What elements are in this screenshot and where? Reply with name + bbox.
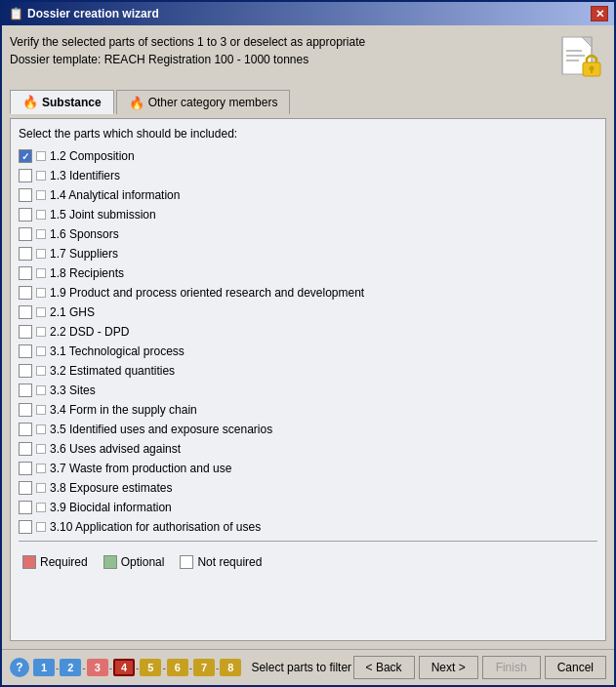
legend-optional: Optional bbox=[103, 555, 165, 569]
step-6[interactable]: 6 bbox=[167, 659, 188, 676]
panel-instruction: Select the parts which should be include… bbox=[19, 127, 597, 141]
checkbox-outer-1_6[interactable] bbox=[19, 227, 32, 241]
step-2[interactable]: 2 bbox=[60, 659, 81, 676]
doc-icon-1_8 bbox=[36, 268, 46, 278]
list-item: 3.8 Exposure estimates bbox=[19, 478, 597, 498]
list-item: 1.6 Sponsors bbox=[19, 224, 597, 244]
checkbox-outer-2_1[interactable] bbox=[19, 305, 32, 319]
item-label-1_3: 1.3 Identifiers bbox=[50, 169, 120, 182]
checkbox-outer-3_9[interactable] bbox=[19, 501, 32, 514]
item-label-3_2: 3.2 Estimated quantities bbox=[50, 364, 175, 378]
step-sep-5: - bbox=[162, 663, 165, 673]
list-item: 3.10 Application for authorisation of us… bbox=[19, 517, 597, 537]
step-7[interactable]: 7 bbox=[193, 659, 215, 676]
checkbox-outer-1_4[interactable] bbox=[19, 188, 32, 202]
step-sep-2: - bbox=[82, 663, 85, 673]
checkbox-outer-3_8[interactable] bbox=[19, 481, 32, 495]
checkbox-outer-3_1[interactable] bbox=[19, 344, 32, 358]
doc-icon-1_4 bbox=[36, 190, 46, 200]
doc-icon-3_9 bbox=[36, 503, 46, 512]
item-label-1_5: 1.5 Joint submission bbox=[50, 208, 156, 222]
header-text: Verify the selected parts of sections 1 … bbox=[10, 33, 365, 68]
optional-color-box bbox=[103, 555, 117, 569]
back-button[interactable]: < Back bbox=[353, 656, 415, 679]
step-3[interactable]: 3 bbox=[87, 659, 108, 676]
list-item: 1.4 Analytical information bbox=[19, 185, 597, 205]
step-sep-1: - bbox=[56, 663, 59, 673]
legend-bar: Required Optional Not required bbox=[19, 549, 597, 575]
checkbox-outer-3_6[interactable] bbox=[19, 442, 32, 456]
optional-label: Optional bbox=[121, 555, 165, 569]
step-4[interactable]: 4 bbox=[113, 659, 135, 676]
list-item: 3.1 Technological process bbox=[19, 342, 597, 361]
not-required-color-box bbox=[180, 555, 193, 569]
title-bar: 📋 Dossier creation wizard ✕ bbox=[2, 2, 614, 25]
step-5[interactable]: 5 bbox=[140, 659, 161, 676]
doc-icon-3_3 bbox=[36, 385, 46, 395]
doc-icon-1_9 bbox=[36, 288, 46, 298]
other-tab-label: Other category members bbox=[148, 96, 278, 109]
next-button[interactable]: Next > bbox=[419, 656, 478, 679]
checkbox-outer-1_5[interactable] bbox=[19, 208, 32, 222]
not-required-label: Not required bbox=[197, 555, 262, 569]
checkbox-outer-3_10[interactable] bbox=[19, 520, 32, 534]
step-sep-4: - bbox=[136, 663, 139, 673]
item-label-2_1: 2.1 GHS bbox=[50, 305, 95, 319]
list-item: 3.2 Estimated quantities bbox=[19, 361, 597, 381]
svg-rect-9 bbox=[591, 69, 593, 73]
checkbox-outer-3_2[interactable] bbox=[19, 364, 32, 378]
doc-icon-3_5 bbox=[36, 424, 46, 434]
item-label-2_2: 2.2 DSD - DPD bbox=[50, 325, 129, 339]
list-item: 3.6 Uses advised against bbox=[19, 439, 597, 459]
list-item: 2.1 GHS bbox=[19, 303, 597, 322]
tab-panel: Select the parts which should be include… bbox=[10, 118, 606, 641]
checkbox-outer-3_3[interactable] bbox=[19, 384, 32, 397]
doc-icon-3_4 bbox=[36, 405, 46, 415]
tab-substance[interactable]: 🔥 Substance bbox=[10, 90, 114, 114]
help-button[interactable]: ? bbox=[10, 658, 29, 677]
close-button[interactable]: ✕ bbox=[591, 6, 608, 21]
list-item: 1.5 Joint submission bbox=[19, 205, 597, 224]
doc-icon-3_7 bbox=[36, 464, 46, 473]
doc-icon-3_1 bbox=[36, 346, 46, 356]
legend-not-required: Not required bbox=[180, 555, 262, 569]
checkbox-outer-1_2[interactable]: ✓ bbox=[19, 149, 32, 163]
tab-other-category[interactable]: 🔥 Other category members bbox=[116, 90, 291, 114]
checkbox-outer-1_3[interactable] bbox=[19, 169, 32, 182]
checkbox-outer-1_7[interactable] bbox=[19, 247, 32, 261]
item-label-3_7: 3.7 Waste from production and use bbox=[50, 462, 231, 475]
content-area: Verify the selected parts of sections 1 … bbox=[2, 25, 614, 649]
finish-button[interactable]: Finish bbox=[482, 656, 541, 679]
list-item: 3.3 Sites bbox=[19, 381, 597, 400]
step-indicators: 1 - 2 - 3 - 4 - 5 - 6 - 7 - 8 bbox=[33, 659, 241, 676]
list-item: 3.9 Biocidal information bbox=[19, 498, 597, 517]
doc-icon-1_7 bbox=[36, 249, 46, 259]
step-1[interactable]: 1 bbox=[33, 659, 55, 676]
list-item: 1.7 Suppliers bbox=[19, 244, 597, 263]
item-label-1_8: 1.8 Recipients bbox=[50, 266, 124, 280]
step-8[interactable]: 8 bbox=[220, 659, 241, 676]
list-item: 1.3 Identifiers bbox=[19, 166, 597, 185]
cancel-button[interactable]: Cancel bbox=[545, 656, 606, 679]
checkbox-outer-3_4[interactable] bbox=[19, 403, 32, 417]
checkbox-outer-3_7[interactable] bbox=[19, 462, 32, 475]
item-label-3_9: 3.9 Biocidal information bbox=[50, 501, 172, 514]
filter-label: Select parts to filter bbox=[251, 661, 351, 674]
item-label-3_6: 3.6 Uses advised against bbox=[50, 442, 181, 456]
substance-tab-icon: 🔥 bbox=[22, 95, 38, 109]
list-item: 1.8 Recipients bbox=[19, 263, 597, 283]
checkbox-outer-1_9[interactable] bbox=[19, 286, 32, 300]
item-label-3_10: 3.10 Application for authorisation of us… bbox=[50, 520, 261, 534]
list-item: 3.4 Form in the supply chain bbox=[19, 400, 597, 420]
header-line2: Dossier template: REACH Registration 100… bbox=[10, 51, 365, 68]
lock-icon bbox=[557, 33, 606, 82]
doc-icon-3_10 bbox=[36, 522, 46, 532]
list-item: 1.9 Product and process oriented researc… bbox=[19, 283, 597, 303]
substance-tab-label: Substance bbox=[42, 96, 102, 109]
checkbox-outer-3_5[interactable] bbox=[19, 423, 32, 436]
checkbox-outer-1_8[interactable] bbox=[19, 266, 32, 280]
legend-required: Required bbox=[22, 555, 88, 569]
item-label-3_3: 3.3 Sites bbox=[50, 384, 96, 397]
checkbox-outer-2_2[interactable] bbox=[19, 325, 32, 339]
doc-icon-2_1 bbox=[36, 307, 46, 317]
